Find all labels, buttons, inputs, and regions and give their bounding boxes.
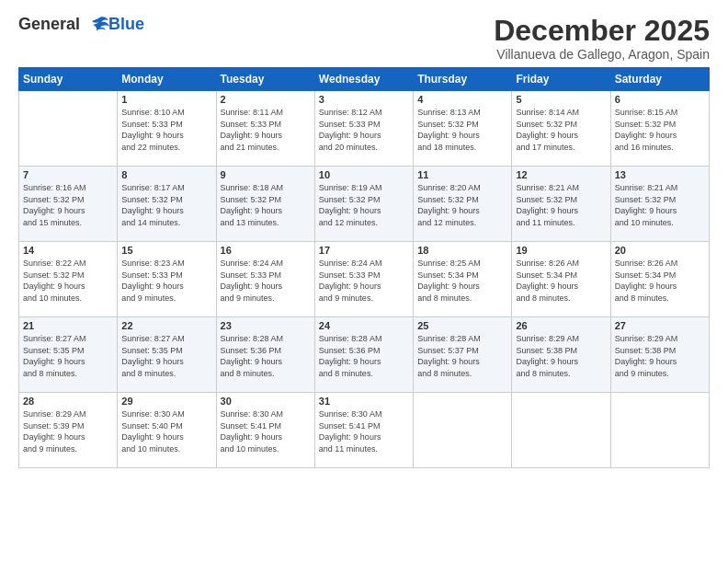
day-number: 11 bbox=[417, 169, 507, 180]
day-number: 6 bbox=[615, 94, 705, 105]
day-info: Sunrise: 8:14 AM Sunset: 5:32 PM Dayligh… bbox=[516, 107, 606, 153]
header: General Blue December 2025 Villanueva de… bbox=[18, 15, 710, 62]
day-number: 23 bbox=[221, 320, 311, 331]
day-info: Sunrise: 8:15 AM Sunset: 5:32 PM Dayligh… bbox=[615, 107, 705, 153]
logo-text: General bbox=[18, 15, 110, 35]
day-number: 22 bbox=[121, 320, 211, 331]
day-info: Sunrise: 8:21 AM Sunset: 5:32 PM Dayligh… bbox=[516, 182, 606, 228]
calendar-cell bbox=[19, 91, 118, 167]
calendar-cell: 4Sunrise: 8:13 AM Sunset: 5:32 PM Daylig… bbox=[414, 91, 512, 167]
calendar-cell: 16Sunrise: 8:24 AM Sunset: 5:33 PM Dayli… bbox=[216, 242, 314, 317]
day-info: Sunrise: 8:10 AM Sunset: 5:33 PM Dayligh… bbox=[121, 107, 211, 153]
day-info: Sunrise: 8:27 AM Sunset: 5:35 PM Dayligh… bbox=[23, 333, 113, 379]
calendar-cell: 17Sunrise: 8:24 AM Sunset: 5:33 PM Dayli… bbox=[314, 242, 413, 317]
day-number: 13 bbox=[615, 169, 705, 180]
day-number: 4 bbox=[417, 94, 507, 105]
calendar-cell: 13Sunrise: 8:21 AM Sunset: 5:32 PM Dayli… bbox=[610, 167, 709, 242]
day-info: Sunrise: 8:29 AM Sunset: 5:38 PM Dayligh… bbox=[516, 333, 606, 379]
calendar-cell: 29Sunrise: 8:30 AM Sunset: 5:40 PM Dayli… bbox=[118, 393, 216, 468]
calendar-cell: 14Sunrise: 8:22 AM Sunset: 5:32 PM Dayli… bbox=[19, 242, 118, 317]
calendar-cell: 21Sunrise: 8:27 AM Sunset: 5:35 PM Dayli… bbox=[19, 317, 118, 393]
calendar-cell: 2Sunrise: 8:11 AM Sunset: 5:33 PM Daylig… bbox=[216, 91, 314, 167]
day-info: Sunrise: 8:28 AM Sunset: 5:37 PM Dayligh… bbox=[417, 333, 507, 379]
day-number: 17 bbox=[319, 245, 409, 256]
header-thursday: Thursday bbox=[414, 68, 512, 91]
calendar-cell: 7Sunrise: 8:16 AM Sunset: 5:32 PM Daylig… bbox=[19, 167, 118, 242]
day-number: 21 bbox=[23, 320, 113, 331]
day-number: 19 bbox=[516, 245, 606, 256]
calendar-cell bbox=[610, 393, 709, 468]
day-number: 27 bbox=[615, 320, 705, 331]
day-info: Sunrise: 8:24 AM Sunset: 5:33 PM Dayligh… bbox=[221, 258, 311, 304]
day-info: Sunrise: 8:12 AM Sunset: 5:33 PM Dayligh… bbox=[319, 107, 409, 153]
day-number: 24 bbox=[319, 320, 409, 331]
calendar-cell: 26Sunrise: 8:29 AM Sunset: 5:38 PM Dayli… bbox=[512, 317, 610, 393]
day-info: Sunrise: 8:29 AM Sunset: 5:39 PM Dayligh… bbox=[23, 408, 113, 454]
day-info: Sunrise: 8:19 AM Sunset: 5:32 PM Dayligh… bbox=[319, 182, 409, 228]
day-number: 28 bbox=[23, 396, 113, 407]
calendar-header-row: Sunday Monday Tuesday Wednesday Thursday… bbox=[19, 68, 710, 91]
calendar-week-row: 1Sunrise: 8:10 AM Sunset: 5:33 PM Daylig… bbox=[19, 91, 710, 167]
calendar-cell: 27Sunrise: 8:29 AM Sunset: 5:38 PM Dayli… bbox=[610, 317, 709, 393]
calendar-cell bbox=[512, 393, 610, 468]
day-info: Sunrise: 8:18 AM Sunset: 5:32 PM Dayligh… bbox=[221, 182, 311, 228]
day-number: 5 bbox=[516, 94, 606, 105]
day-number: 2 bbox=[221, 94, 311, 105]
day-info: Sunrise: 8:23 AM Sunset: 5:33 PM Dayligh… bbox=[121, 258, 211, 304]
day-info: Sunrise: 8:27 AM Sunset: 5:35 PM Dayligh… bbox=[121, 333, 211, 379]
day-number: 30 bbox=[221, 396, 311, 407]
calendar-cell bbox=[414, 393, 512, 468]
header-wednesday: Wednesday bbox=[314, 68, 413, 91]
location: Villanueva de Gallego, Aragon, Spain bbox=[494, 47, 710, 62]
day-info: Sunrise: 8:13 AM Sunset: 5:32 PM Dayligh… bbox=[417, 107, 507, 153]
day-info: Sunrise: 8:16 AM Sunset: 5:32 PM Dayligh… bbox=[23, 182, 113, 228]
day-number: 3 bbox=[319, 94, 409, 105]
day-number: 16 bbox=[221, 245, 311, 256]
day-info: Sunrise: 8:20 AM Sunset: 5:32 PM Dayligh… bbox=[417, 182, 507, 228]
calendar-cell: 23Sunrise: 8:28 AM Sunset: 5:36 PM Dayli… bbox=[216, 317, 314, 393]
day-info: Sunrise: 8:17 AM Sunset: 5:32 PM Dayligh… bbox=[121, 182, 211, 228]
calendar-week-row: 7Sunrise: 8:16 AM Sunset: 5:32 PM Daylig… bbox=[19, 167, 710, 242]
day-info: Sunrise: 8:11 AM Sunset: 5:33 PM Dayligh… bbox=[221, 107, 311, 153]
calendar-table: Sunday Monday Tuesday Wednesday Thursday… bbox=[18, 67, 710, 468]
day-number: 20 bbox=[615, 245, 705, 256]
calendar-page: General Blue December 2025 Villanueva de… bbox=[0, 0, 728, 563]
day-info: Sunrise: 8:28 AM Sunset: 5:36 PM Dayligh… bbox=[319, 333, 409, 379]
calendar-cell: 15Sunrise: 8:23 AM Sunset: 5:33 PM Dayli… bbox=[118, 242, 216, 317]
calendar-cell: 22Sunrise: 8:27 AM Sunset: 5:35 PM Dayli… bbox=[118, 317, 216, 393]
day-number: 26 bbox=[516, 320, 606, 331]
calendar-cell: 20Sunrise: 8:26 AM Sunset: 5:34 PM Dayli… bbox=[610, 242, 709, 317]
logo-blue-text: Blue bbox=[108, 15, 144, 34]
day-number: 10 bbox=[319, 169, 409, 180]
day-info: Sunrise: 8:25 AM Sunset: 5:34 PM Dayligh… bbox=[417, 258, 507, 304]
day-info: Sunrise: 8:28 AM Sunset: 5:36 PM Dayligh… bbox=[221, 333, 311, 379]
day-info: Sunrise: 8:30 AM Sunset: 5:41 PM Dayligh… bbox=[319, 408, 409, 454]
day-number: 25 bbox=[417, 320, 507, 331]
calendar-cell: 10Sunrise: 8:19 AM Sunset: 5:32 PM Dayli… bbox=[314, 167, 413, 242]
header-monday: Monday bbox=[118, 68, 216, 91]
calendar-cell: 24Sunrise: 8:28 AM Sunset: 5:36 PM Dayli… bbox=[314, 317, 413, 393]
day-info: Sunrise: 8:26 AM Sunset: 5:34 PM Dayligh… bbox=[615, 258, 705, 304]
calendar-cell: 12Sunrise: 8:21 AM Sunset: 5:32 PM Dayli… bbox=[512, 167, 610, 242]
day-number: 7 bbox=[23, 169, 113, 180]
day-info: Sunrise: 8:30 AM Sunset: 5:40 PM Dayligh… bbox=[121, 408, 211, 454]
calendar-cell: 11Sunrise: 8:20 AM Sunset: 5:32 PM Dayli… bbox=[414, 167, 512, 242]
day-number: 15 bbox=[121, 245, 211, 256]
day-number: 14 bbox=[23, 245, 113, 256]
day-info: Sunrise: 8:29 AM Sunset: 5:38 PM Dayligh… bbox=[615, 333, 705, 379]
calendar-cell: 25Sunrise: 8:28 AM Sunset: 5:37 PM Dayli… bbox=[414, 317, 512, 393]
logo: General Blue bbox=[18, 15, 144, 35]
calendar-cell: 18Sunrise: 8:25 AM Sunset: 5:34 PM Dayli… bbox=[414, 242, 512, 317]
calendar-cell: 3Sunrise: 8:12 AM Sunset: 5:33 PM Daylig… bbox=[314, 91, 413, 167]
calendar-week-row: 21Sunrise: 8:27 AM Sunset: 5:35 PM Dayli… bbox=[19, 317, 710, 393]
calendar-cell: 31Sunrise: 8:30 AM Sunset: 5:41 PM Dayli… bbox=[314, 393, 413, 468]
calendar-week-row: 14Sunrise: 8:22 AM Sunset: 5:32 PM Dayli… bbox=[19, 242, 710, 317]
day-number: 8 bbox=[121, 169, 211, 180]
day-info: Sunrise: 8:30 AM Sunset: 5:41 PM Dayligh… bbox=[221, 408, 311, 454]
header-friday: Friday bbox=[512, 68, 610, 91]
day-info: Sunrise: 8:22 AM Sunset: 5:32 PM Dayligh… bbox=[23, 258, 113, 304]
day-number: 12 bbox=[516, 169, 606, 180]
header-sunday: Sunday bbox=[19, 68, 118, 91]
header-saturday: Saturday bbox=[610, 68, 709, 91]
day-number: 31 bbox=[319, 396, 409, 407]
